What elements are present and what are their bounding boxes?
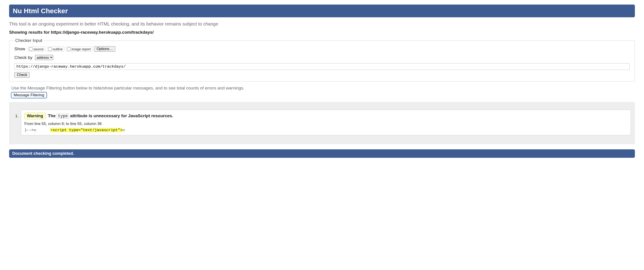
message-box: Warning The type attribute is unnecessar… — [21, 110, 631, 135]
filter-hint: Use the Message Filtering button below t… — [12, 86, 635, 91]
extract-gap — [36, 128, 50, 132]
source-checkbox-group[interactable]: source — [28, 47, 45, 51]
check-by-label: Check by — [14, 55, 32, 60]
outline-checkbox-group[interactable]: outline — [47, 47, 64, 51]
message-extract: )-->↩ <script type="text/javascript">↩ — [24, 128, 627, 132]
options-button[interactable]: Options… — [94, 46, 115, 52]
image-report-checkbox-label: image report — [72, 47, 91, 51]
address-row — [14, 63, 630, 70]
source-checkbox-label: source — [34, 47, 44, 51]
checker-input-legend: Checker Input — [14, 38, 43, 43]
results-panel: Warning The type attribute is unnecessar… — [9, 102, 635, 144]
status-footer: Document checking completed. — [9, 149, 635, 158]
message-item: Warning The type attribute is unnecessar… — [20, 110, 631, 135]
messages-list: Warning The type attribute is unnecessar… — [13, 110, 631, 135]
warning-badge: Warning — [24, 113, 46, 119]
show-label: Show — [14, 46, 25, 51]
checker-input-fieldset: Checker Input Show source outline image … — [9, 38, 635, 81]
extract-highlight: <script type="text/javascript"> — [50, 128, 122, 132]
check-by-select[interactable]: address — [35, 55, 53, 60]
message-text: The type attribute is unnecessary for Ja… — [48, 113, 173, 118]
image-report-checkbox-group[interactable]: image report — [66, 47, 92, 51]
check-row: Check — [14, 72, 630, 78]
message-filtering-button[interactable]: Message Filtering — [11, 92, 47, 98]
newline-icon: ↩ — [34, 128, 36, 132]
page-title-banner: Nu Html Checker — [9, 4, 635, 17]
show-row: Show source outline image report Options… — [14, 46, 630, 52]
outline-checkbox[interactable] — [48, 47, 52, 51]
tool-description: This tool is an ongoing experiment in be… — [9, 21, 635, 27]
outline-checkbox-label: outline — [53, 47, 63, 51]
source-checkbox[interactable] — [29, 47, 32, 51]
newline-icon: ↩ — [122, 128, 125, 132]
showing-url: https://django-raceway.herokuapp.com/tra… — [51, 30, 154, 35]
message-location: From line 55, column 6; to line 55, colu… — [24, 122, 627, 126]
message-text-post: attribute is unnecessary for JavaScript … — [69, 113, 173, 118]
check-button[interactable]: Check — [14, 72, 30, 78]
check-by-row: Check by address — [14, 55, 630, 60]
address-input[interactable] — [14, 63, 630, 70]
message-attr-code: type — [57, 114, 69, 119]
image-report-checkbox[interactable] — [67, 47, 71, 51]
showing-results: Showing results for https://django-racew… — [9, 30, 635, 35]
showing-prefix: Showing results for — [9, 30, 51, 35]
status-text: Document checking completed. — [12, 151, 74, 156]
message-text-pre: The — [48, 113, 57, 118]
message-header: Warning The type attribute is unnecessar… — [24, 113, 627, 119]
extract-pre: )--> — [24, 128, 34, 132]
page-title: Nu Html Checker — [13, 7, 68, 14]
